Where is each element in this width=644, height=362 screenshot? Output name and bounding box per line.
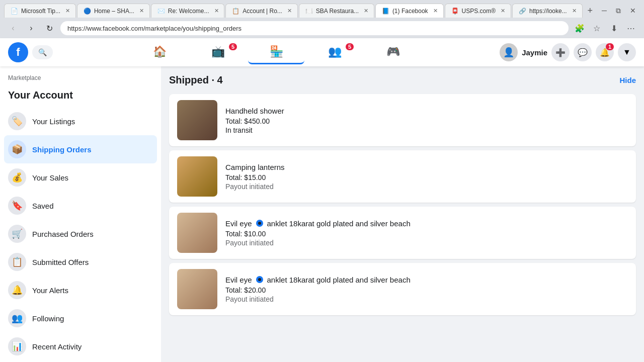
- order-title: Camping lanterns: [225, 163, 628, 171]
- submitted-offers-icon: 📋: [8, 253, 26, 271]
- sidebar-item-label: Purchased Orders: [32, 230, 94, 238]
- add-tab-button[interactable]: +: [584, 5, 597, 17]
- sidebar-item-shipping-orders[interactable]: 📦 Shipping Orders: [4, 135, 157, 163]
- tab-favicon: 📋: [232, 8, 239, 15]
- sidebar-item-recent-activity[interactable]: 📊 Recent Activity: [4, 332, 157, 360]
- address-bar: ‹ › ↻ 🧩 ☆ ⬇ ⋯: [0, 18, 644, 38]
- sidebar-item-your-alerts[interactable]: 🔔 Your Alerts: [4, 276, 157, 304]
- tab-label: Home – SHA...: [94, 8, 134, 15]
- nav-home[interactable]: 🏠: [131, 40, 188, 64]
- tab-microsoft-tips[interactable]: 📄 Microsoft Tip... ✕: [4, 4, 76, 18]
- hide-button[interactable]: Hide: [619, 76, 636, 84]
- order-info-camping-lanterns: Camping lanterns Total: $15.00 Payout in…: [225, 163, 628, 191]
- tab-bar: 📄 Microsoft Tip... ✕ 🔵 Home – SHA... ✕ ✉…: [0, 0, 644, 18]
- order-status: Payout initiated: [225, 295, 628, 303]
- tab-close-account[interactable]: ✕: [287, 8, 292, 14]
- tab-close-facebook[interactable]: ✕: [433, 8, 438, 14]
- order-card-evil-eye-anklet-2[interactable]: Evil eye anklet 18karat gold plated and …: [169, 263, 636, 315]
- tab-usps[interactable]: 📮 USPS.com® ✕: [445, 4, 511, 18]
- shipped-header: Shipped · 4 Hide: [169, 74, 636, 86]
- extensions-button[interactable]: 🧩: [573, 21, 587, 35]
- nav-right: 👤 Jaymie ➕ 💬 🔔 1 ▼: [500, 43, 636, 61]
- settings-button[interactable]: ⋯: [624, 21, 638, 35]
- sidebar-item-label: Shipping Orders: [32, 145, 92, 154]
- menu-button[interactable]: ▼: [618, 43, 636, 61]
- tab-close-home[interactable]: ✕: [139, 8, 144, 14]
- tab-close-microsoft[interactable]: ✕: [65, 8, 70, 14]
- nav-center: 🏠 📺 5 🏪 👥 5 🎮: [53, 40, 500, 64]
- order-info-anklet-2: Evil eye anklet 18karat gold plated and …: [225, 275, 628, 303]
- order-total: Total: $10.00: [225, 230, 628, 238]
- order-card-evil-eye-anklet-1[interactable]: Evil eye anklet 18karat gold plated and …: [169, 207, 636, 259]
- sidebar-item-label: Your Alerts: [32, 286, 68, 295]
- tab-favicon: 🍽️: [305, 8, 313, 15]
- user-profile-button[interactable]: 👤 Jaymie: [500, 43, 547, 61]
- tab-label: Re: Welcome...: [168, 8, 209, 15]
- tab-close-sba[interactable]: ✕: [364, 8, 368, 14]
- order-image-anklet-2: [177, 269, 217, 309]
- nav-groups[interactable]: 👥 5: [306, 40, 363, 64]
- search-bar[interactable]: 🔍: [32, 45, 53, 59]
- window-controls: ─ ⧉ ✕: [598, 6, 640, 16]
- order-status: Payout initiated: [225, 183, 628, 191]
- tab-favicon: ✉️: [157, 8, 165, 15]
- content-area: Shipped · 4 Hide Handheld shower Total: …: [161, 66, 644, 362]
- sidebar-item-saved[interactable]: 🔖 Saved: [4, 192, 157, 220]
- minimize-button[interactable]: ─: [598, 6, 611, 16]
- order-card-camping-lanterns[interactable]: Camping lanterns Total: $15.00 Payout in…: [169, 150, 636, 203]
- forward-button[interactable]: ›: [24, 21, 38, 35]
- tab-close-usps[interactable]: ✕: [501, 8, 505, 14]
- sidebar-item-your-sales[interactable]: 💰 Your Sales: [4, 163, 157, 192]
- add-button[interactable]: ➕: [551, 43, 570, 61]
- nav-video[interactable]: 📺 5: [190, 40, 246, 64]
- tab-label: USPS.com®: [462, 8, 496, 15]
- order-image-camping-lanterns: [177, 156, 217, 197]
- sidebar-item-label: Your Sales: [32, 173, 68, 182]
- tab-close-looke[interactable]: ✕: [572, 8, 577, 14]
- tab-home-sha[interactable]: 🔵 Home – SHA... ✕: [77, 4, 150, 18]
- reload-button[interactable]: ↻: [42, 21, 56, 35]
- tab-favicon: 📮: [451, 8, 459, 15]
- nav-gaming[interactable]: 🎮: [365, 40, 421, 64]
- sidebar-item-label: Saved: [32, 202, 54, 210]
- sidebar: Marketplace Your Account 🏷️ Your Listing…: [0, 66, 161, 362]
- tab-label: Microsoft Tip...: [21, 8, 60, 15]
- purchased-orders-icon: 🛒: [8, 225, 26, 243]
- tab-looke[interactable]: 🔗 https://looke... ✕: [512, 4, 583, 18]
- sidebar-item-your-listings[interactable]: 🏷️ Your Listings: [4, 107, 157, 135]
- order-card-handheld-shower[interactable]: Handheld shower Total: $450.00 In transi…: [169, 94, 636, 146]
- tab-email[interactable]: ✉️ Re: Welcome... ✕: [151, 4, 225, 18]
- close-button[interactable]: ✕: [626, 6, 640, 16]
- order-title: Handheld shower: [225, 107, 628, 115]
- nav-marketplace[interactable]: 🏪: [248, 40, 304, 64]
- tab-favicon: 📄: [11, 8, 18, 15]
- browser-icons: 🧩 ☆ ⬇ ⋯: [573, 21, 638, 35]
- back-button[interactable]: ‹: [6, 21, 20, 35]
- downloads-button[interactable]: ⬇: [607, 21, 621, 35]
- tab-close-email[interactable]: ✕: [214, 8, 219, 14]
- facebook-navbar: f 🔍 🏠 📺 5 🏪 👥 5 🎮 👤 Jaymie ➕ 💬 🔔 1 ▼: [0, 38, 644, 66]
- favorites-button[interactable]: ☆: [590, 21, 604, 35]
- facebook-logo[interactable]: f: [8, 42, 28, 62]
- restore-button[interactable]: ⧉: [612, 6, 625, 16]
- order-total: Total: $20.00: [225, 286, 628, 294]
- tab-sba[interactable]: 🍽️ SBA Restaura... ✕: [299, 4, 374, 18]
- messenger-button[interactable]: 💬: [574, 43, 592, 61]
- saved-icon: 🔖: [8, 197, 26, 215]
- main-layout: Marketplace Your Account 🏷️ Your Listing…: [0, 66, 644, 362]
- sidebar-item-label: Recent Activity: [32, 342, 82, 351]
- order-info-handheld-shower: Handheld shower Total: $450.00 In transi…: [225, 107, 628, 134]
- sidebar-item-label: Submitted Offers: [32, 258, 89, 266]
- tab-account[interactable]: 📋 Account | Ro... ✕: [225, 4, 297, 18]
- notifications-button[interactable]: 🔔 1: [596, 43, 614, 61]
- evil-eye-icon: [255, 275, 264, 284]
- tab-favicon: 📘: [382, 8, 389, 15]
- sidebar-item-following[interactable]: 👥 Following: [4, 304, 157, 332]
- address-input[interactable]: [60, 21, 569, 35]
- tab-facebook[interactable]: 📘 (1) Facebook ✕: [375, 4, 444, 18]
- notification-badge: 1: [606, 43, 614, 50]
- sidebar-item-label: Following: [32, 314, 64, 323]
- tab-favicon: 🔗: [519, 8, 526, 15]
- sidebar-item-submitted-offers[interactable]: 📋 Submitted Offers: [4, 248, 157, 276]
- sidebar-item-purchased-orders[interactable]: 🛒 Purchased Orders: [4, 220, 157, 248]
